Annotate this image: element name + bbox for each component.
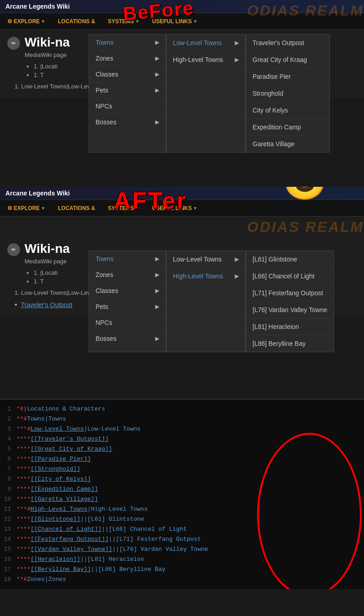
menu-towns[interactable]: Towns ▶ xyxy=(89,35,166,51)
explore-icon: ⚙ xyxy=(7,18,12,25)
after-leaf-berylline[interactable]: [L86] Berylline Bay xyxy=(246,335,334,352)
arrow-icon: ▶ xyxy=(155,119,159,125)
menu-pets[interactable]: Pets ▶ xyxy=(89,82,166,98)
traveler-link[interactable]: Traveler's Outpost xyxy=(21,301,72,308)
wiki-title-before: Wiki-na xyxy=(25,35,70,50)
code-line-8: 8 ****[[City of Kelys]] xyxy=(0,474,364,484)
wiki-list-after: 1. |Locati 1. T xyxy=(25,269,70,285)
dropdown-level2: Low-Level Towns ▶ High-Level Towns ▶ xyxy=(166,34,246,153)
wiki-subtitle-after: MediaWiki page xyxy=(25,258,70,265)
after-dropdown: Towns ▶ Zones ▶ Classes ▶ Pets ▶ NPCs xyxy=(89,251,334,352)
leaf-paradise[interactable]: Paradise Pier xyxy=(246,68,329,85)
bg-decoration-after: ODIAS REALM xyxy=(247,219,364,236)
code-line-9: 9 ****[[Expedition Camp]] xyxy=(0,484,364,494)
arrow-icon: ▶ xyxy=(155,303,159,310)
leaf-kelys[interactable]: City of Kelys xyxy=(246,102,329,119)
arrow-icon: ▶ xyxy=(155,39,159,46)
after-dropdown-level3: [L61] Glintstone [L66] Chancel of Light … xyxy=(246,251,334,352)
after-leaf-heracleion[interactable]: [L81] Heracleion xyxy=(246,318,334,335)
dropdown-level1: Towns ▶ Zones ▶ Classes ▶ Pets ▶ NPCs Bo… xyxy=(89,34,166,153)
sub-lowlevel[interactable]: Low-Level Towns ▶ xyxy=(167,35,245,51)
arrow-icon: ▶ xyxy=(155,87,159,93)
list-item: 1. |Locati xyxy=(34,269,70,276)
arrow-icon: ▶ xyxy=(235,256,239,262)
code-editor: 1 *#|Locations & Characters 2 **#Towns|T… xyxy=(0,399,364,589)
code-line-2: 2 **#Towns|Towns xyxy=(0,414,364,424)
code-line-10: 10 ****[[Garetta Village]] xyxy=(0,494,364,504)
explore-caret: ▼ xyxy=(41,19,45,24)
arrow-icon: ▶ xyxy=(155,287,159,294)
before-dropdown: Towns ▶ Zones ▶ Classes ▶ Pets ▶ NPCs Bo… xyxy=(89,34,330,153)
code-line-11: 11 ***#High-Level Towns|High-Level Towns xyxy=(0,504,364,514)
list-item: 1. T xyxy=(34,278,70,285)
nav-explore[interactable]: ⚙ EXPLORE ▼ xyxy=(5,13,48,29)
after-leaf-glintstone[interactable]: [L61] Glintstone xyxy=(246,251,334,268)
leaf-stronghold[interactable]: Stronghold xyxy=(246,85,329,102)
edit-icon-after[interactable]: ✏ xyxy=(7,243,20,256)
code-line-6: 6 ****[[Paradise Pier]] xyxy=(0,454,364,464)
arrow-icon: ▶ xyxy=(155,256,159,262)
arrow-icon: ▶ xyxy=(155,71,159,77)
after-menu-pets[interactable]: Pets ▶ xyxy=(89,299,166,315)
wiki-subtitle-before: MediaWiki page xyxy=(25,51,70,58)
arrow-icon: ▶ xyxy=(155,55,159,62)
links-caret: ▼ xyxy=(193,19,197,24)
after-dropdown-level1: Towns ▶ Zones ▶ Classes ▶ Pets ▶ NPCs xyxy=(89,251,166,352)
arrow-icon: ▶ xyxy=(155,335,159,342)
code-line-15: 15 ****[[Vardan Valley Towne]]||[L76] Va… xyxy=(0,544,364,554)
code-line-1: 1 *#|Locations & Characters xyxy=(0,404,364,414)
explore-caret-after: ▼ xyxy=(41,206,45,210)
edit-icon[interactable]: ✏ xyxy=(7,37,20,50)
after-dropdown-level2: Low-Level Towns ▶ High-Level Towns ▶ xyxy=(166,251,246,352)
leaf-kraag[interactable]: Great City of Kraag xyxy=(246,51,329,68)
after-leaf-chancel[interactable]: [L66] Chancel of Light xyxy=(246,268,334,285)
explore-icon-after: ⚙ xyxy=(7,205,12,211)
leaf-garetta[interactable]: Garetta Village xyxy=(246,136,329,152)
links-caret-after: ▼ xyxy=(193,206,197,210)
code-line-16: 16 ****[[Heracleion]]||[L81] Heracleion xyxy=(0,554,364,565)
after-menu-zones[interactable]: Zones ▶ xyxy=(89,267,166,283)
code-line-5: 5 ****[[Great City of Kraag]] xyxy=(0,444,364,454)
code-line-3: 3 ***#Low-Level Towns|Low-Level Towns xyxy=(0,424,364,434)
code-line-7: 7 ****[[Stronghold]] xyxy=(0,464,364,474)
arrow-icon: ▶ xyxy=(155,272,159,278)
dropdown-level3: Traveler's Outpost Great City of Kraag P… xyxy=(246,34,330,153)
before-section: ODIAS REALM Arcane Legends Wiki ⚙ EXPLOR… xyxy=(0,0,364,187)
after-nav-area: ODIAS REALM ✏ Wiki-na MediaWiki page 1. … xyxy=(0,216,364,399)
after-leaf-vardan[interactable]: [L76] Vardan Valley Towne xyxy=(246,302,334,318)
code-line-17: 17 ****[[Berylline Bay]]||[L86] Beryllin… xyxy=(0,565,364,575)
after-label: AFTer xyxy=(114,187,187,214)
leaf-travelers[interactable]: Traveler's Outpost xyxy=(246,35,329,51)
wiki-list-before: 1. |Locati 1. T xyxy=(25,63,70,78)
code-line-12: 12 ****[[Glintstone]]||[L61] Glintstone xyxy=(0,514,364,524)
after-menu-towns[interactable]: Towns ▶ xyxy=(89,251,166,267)
sub-highlevel[interactable]: High-Level Towns ▶ xyxy=(167,51,245,68)
wiki-title-after: Wiki-na xyxy=(25,241,70,256)
list-item: 1. |Locati xyxy=(34,63,70,70)
nav-explore-after[interactable]: ⚙ EXPLORE ▼ xyxy=(5,200,48,216)
nav-locations[interactable]: LOCATIONS & xyxy=(55,13,98,29)
after-section: Arcane Legends Wiki ⚙ EXPLORE ▼ LOCATION… xyxy=(0,187,364,589)
arrow-icon: ▶ xyxy=(235,273,239,279)
wink-emoji: 😉 xyxy=(282,187,328,203)
after-leaf-festerfang[interactable]: [L71] Festerfang Outpost xyxy=(246,285,334,302)
list-item: 1. T xyxy=(34,72,70,78)
after-menu-classes[interactable]: Classes ▶ xyxy=(89,283,166,299)
after-menu-bosses[interactable]: Bosses ▶ xyxy=(89,331,166,346)
nav-locations-after[interactable]: LOCATIONS & xyxy=(55,200,98,216)
menu-bosses[interactable]: Bosses ▶ xyxy=(89,114,166,130)
arrow-icon: ▶ xyxy=(235,56,239,63)
after-menu-npcs[interactable]: NPCs xyxy=(89,315,166,331)
bg-decoration: ODIAS REALM xyxy=(247,2,364,19)
site-name: Arcane Legends Wiki xyxy=(5,3,70,10)
menu-zones[interactable]: Zones ▶ xyxy=(89,51,166,67)
site-name-after: Arcane Legends Wiki xyxy=(5,190,70,197)
menu-npcs[interactable]: NPCs xyxy=(89,98,166,114)
after-sub-highlevel[interactable]: High-Level Towns ▶ xyxy=(167,268,245,284)
code-line-18: 18 **#Zones|Zones xyxy=(0,575,364,585)
menu-classes[interactable]: Classes ▶ xyxy=(89,67,166,82)
leaf-expedition[interactable]: Expedition Camp xyxy=(246,119,329,136)
code-line-13: 13 ****[[Chancel of Light]]||[L66] Chanc… xyxy=(0,524,364,534)
arrow-icon: ▶ xyxy=(235,40,239,46)
after-sub-lowlevel[interactable]: Low-Level Towns ▶ xyxy=(167,251,245,268)
